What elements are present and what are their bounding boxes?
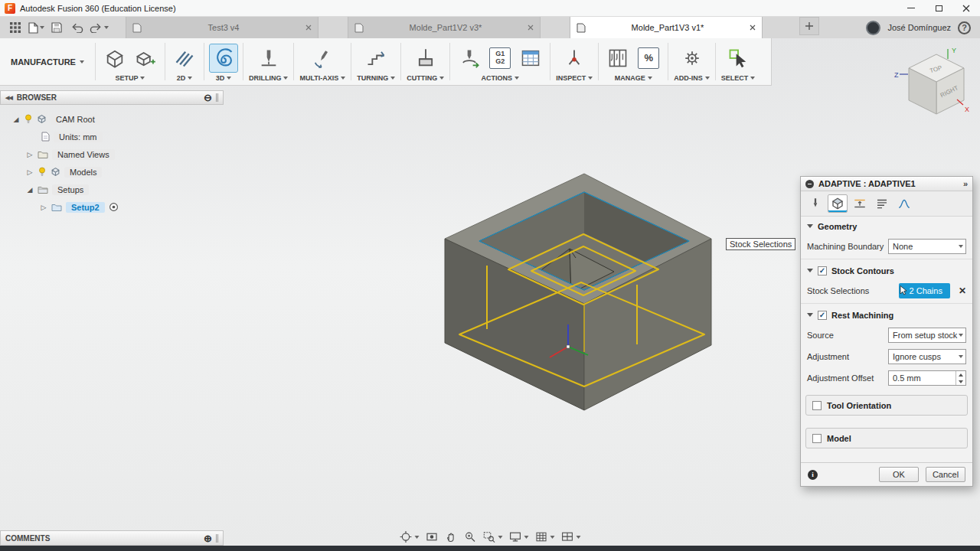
cutting-button[interactable] xyxy=(412,44,439,72)
setup-menu[interactable]: SETUP xyxy=(115,74,145,82)
close-tab-icon[interactable] xyxy=(528,24,534,31)
pan-button[interactable] xyxy=(445,530,458,543)
expanded-icon[interactable]: ◢ xyxy=(26,186,34,194)
minimize-button[interactable] xyxy=(897,0,925,16)
post-process-button[interactable] xyxy=(456,44,483,72)
drilling-button[interactable] xyxy=(255,44,283,72)
user-avatar[interactable] xyxy=(866,21,880,35)
2d-pocket-button[interactable] xyxy=(171,44,198,72)
2d-menu[interactable]: 2D xyxy=(177,74,193,82)
look-at-button[interactable] xyxy=(426,530,439,543)
stock-contours-checkbox[interactable]: ✓ xyxy=(818,266,827,276)
workspace-switcher[interactable]: MANUFACTURE xyxy=(0,38,95,85)
setup-sheet-button[interactable] xyxy=(517,44,544,72)
model-section[interactable]: Model xyxy=(805,428,968,448)
panel-grip[interactable] xyxy=(216,534,218,543)
save-button[interactable] xyxy=(47,18,66,37)
3d-menu[interactable]: 3D xyxy=(216,74,232,82)
collapse-panel-icon[interactable]: ◀◀ xyxy=(5,95,12,101)
info-icon[interactable]: i xyxy=(808,470,818,480)
undo-button[interactable] xyxy=(68,18,87,37)
panel-grip[interactable] xyxy=(216,93,218,102)
new-setup-button[interactable] xyxy=(101,44,129,72)
rest-machining-section-header[interactable]: ✓ Rest Machining xyxy=(801,305,972,324)
comments-header[interactable]: COMMENTS ⊕ xyxy=(0,530,224,546)
tool-orientation-section[interactable]: Tool Orientation xyxy=(805,395,968,416)
select-menu[interactable]: SELECT xyxy=(721,74,756,82)
cancel-button[interactable]: Cancel xyxy=(926,467,965,482)
spin-up-icon[interactable] xyxy=(956,371,965,378)
model-checkbox[interactable] xyxy=(812,434,822,443)
grid-snap-button[interactable] xyxy=(535,530,555,543)
manage-menu[interactable]: MANAGE xyxy=(615,74,652,82)
tree-item-units[interactable]: Units: mm xyxy=(0,129,224,145)
gcode-button[interactable]: G1G2 xyxy=(486,44,514,72)
tab-linking[interactable] xyxy=(894,194,914,213)
multi-axis-menu[interactable]: MULTI-AXIS xyxy=(299,74,345,82)
tab-tool[interactable] xyxy=(805,194,825,213)
tree-item-cam-root[interactable]: ◢ CAM Root xyxy=(0,111,224,127)
zoom-window-button[interactable] xyxy=(483,530,503,543)
tab-passes[interactable] xyxy=(872,194,892,213)
viewports-button[interactable] xyxy=(561,530,581,543)
collapse-dialog-icon[interactable] xyxy=(805,180,814,188)
tree-item-models[interactable]: ▷ Models xyxy=(0,164,224,180)
help-button[interactable]: ? xyxy=(958,21,971,34)
multi-axis-button[interactable] xyxy=(309,44,336,72)
expand-dialog-icon[interactable]: » xyxy=(963,179,968,188)
add-comment-icon[interactable]: ⊕ xyxy=(204,533,212,543)
cutting-menu[interactable]: CUTTING xyxy=(407,74,444,82)
collapsed-icon[interactable]: ▷ xyxy=(40,204,47,211)
tree-item-named-views[interactable]: ▷ Named Views xyxy=(0,146,224,162)
document-tab-1[interactable]: Test3 v4 xyxy=(126,17,318,38)
spin-down-icon[interactable] xyxy=(956,378,965,385)
visibility-bulb-icon[interactable] xyxy=(24,114,33,124)
visibility-bulb-icon[interactable] xyxy=(38,167,47,177)
clear-selection-icon[interactable]: ✕ xyxy=(959,285,966,296)
document-tab-3-active[interactable]: Molde_Part1V3 v1* xyxy=(570,17,763,38)
inspect-button[interactable] xyxy=(560,44,588,72)
new-folder-setup-button[interactable] xyxy=(132,44,159,72)
close-button[interactable] xyxy=(952,0,980,16)
ok-button[interactable]: OK xyxy=(879,467,919,482)
document-tab-2[interactable]: Molde_Part1V2 v3* xyxy=(348,17,541,38)
display-settings-button[interactable] xyxy=(509,530,529,543)
turning-menu[interactable]: TURNING xyxy=(357,74,395,82)
source-select[interactable]: From setup stock xyxy=(888,328,966,343)
browser-header[interactable]: ◀◀ BROWSER ⊖ xyxy=(0,90,224,105)
turning-button[interactable] xyxy=(362,44,390,72)
select-button[interactable] xyxy=(724,44,752,72)
app-grid-button[interactable] xyxy=(6,18,24,37)
add-ins-button[interactable] xyxy=(678,44,706,72)
tool-orientation-checkbox[interactable] xyxy=(812,401,822,410)
tab-geometry[interactable] xyxy=(828,194,848,213)
stock-contours-section-header[interactable]: ✓ Stock Contours xyxy=(801,261,972,280)
adaptive-clearing-button[interactable] xyxy=(210,44,237,72)
drilling-menu[interactable]: DRILLING xyxy=(249,74,289,82)
adjustment-select[interactable]: Ignore cusps xyxy=(888,349,966,364)
redo-button[interactable] xyxy=(89,18,109,37)
geometry-section-header[interactable]: Geometry xyxy=(801,217,972,236)
active-setup-radio-icon[interactable] xyxy=(109,202,119,212)
zoom-button[interactable] xyxy=(464,530,477,543)
tool-library-button[interactable] xyxy=(604,44,632,72)
actions-menu[interactable]: ACTIONS xyxy=(482,74,520,82)
tree-item-setup2-selected[interactable]: ▷ Setup2 xyxy=(0,199,224,215)
maximize-button[interactable] xyxy=(925,0,952,16)
collapsed-icon[interactable]: ▷ xyxy=(26,168,34,176)
collapsed-icon[interactable]: ▷ xyxy=(26,151,34,158)
tab-heights[interactable] xyxy=(850,194,870,213)
add-ins-menu[interactable]: ADD-INS xyxy=(674,74,710,82)
dialog-header[interactable]: ADAPTIVE : ADAPTIVE1 » xyxy=(801,177,972,191)
machining-boundary-select[interactable]: None xyxy=(888,239,966,254)
close-tab-icon[interactable] xyxy=(305,24,312,31)
feeds-speeds-button[interactable]: % xyxy=(635,44,662,72)
chains-selection-button[interactable]: 2 Chains xyxy=(899,283,950,298)
expanded-icon[interactable]: ◢ xyxy=(12,116,20,123)
tree-item-setups[interactable]: ◢ Setups xyxy=(0,181,224,197)
hide-panel-icon[interactable]: ⊖ xyxy=(204,93,212,103)
close-tab-icon[interactable] xyxy=(750,24,756,31)
new-tab-button[interactable] xyxy=(799,17,819,35)
rest-machining-checkbox[interactable]: ✓ xyxy=(818,311,827,320)
file-menu-button[interactable] xyxy=(27,18,45,37)
